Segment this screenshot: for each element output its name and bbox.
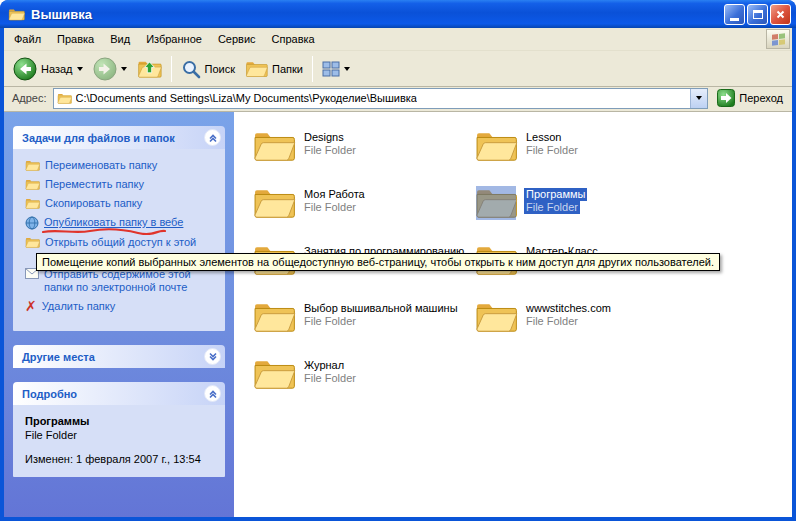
details-body: Программы File Folder Изменен: 1 февраля… [13, 405, 225, 477]
folder-icon [252, 128, 296, 164]
views-button[interactable] [317, 59, 355, 79]
back-dropdown-icon[interactable] [77, 67, 83, 71]
folder-icon [474, 128, 518, 164]
file-tile-zhurnal[interactable]: Журнал File Folder [252, 356, 467, 413]
file-tile-designs[interactable]: Designs File Folder [252, 128, 467, 185]
forward-dropdown-icon[interactable] [121, 67, 127, 71]
task-email-folder[interactable]: Отправить содержимое этой папки по элект… [25, 268, 217, 294]
menu-tools[interactable]: Сервис [210, 29, 264, 50]
file-type: File Folder [524, 144, 580, 157]
address-bar: Адрес: C:\Documents and Settings\Liza\My… [4, 87, 792, 112]
up-button[interactable] [132, 56, 167, 82]
task-rename-folder[interactable]: Переименовать папку [25, 159, 217, 172]
other-places-title: Другие места [22, 351, 204, 363]
go-label: Переход [739, 92, 783, 104]
file-name: Lesson [524, 131, 563, 144]
details-title: Подробно [22, 388, 204, 400]
close-button[interactable] [770, 4, 791, 25]
share-folder-icon [25, 236, 40, 249]
file-tile-wwwstitches[interactable]: wwwstitches.com File Folder [474, 299, 689, 356]
file-tile-vybor-mashiny[interactable]: Выбор вышивальной машины File Folder [252, 299, 467, 356]
minimize-button[interactable] [724, 4, 745, 25]
go-button[interactable]: Переход [714, 89, 786, 107]
views-dropdown-icon[interactable] [344, 67, 350, 71]
file-type: File Folder [302, 201, 358, 214]
window-title: Вышивка [31, 7, 718, 22]
views-icon [322, 61, 340, 77]
details-file-type: File Folder [25, 429, 217, 441]
folder-icon [474, 185, 518, 221]
details-panel: Подробно Программы File Folder Изменен: … [13, 382, 225, 477]
folder-icon [252, 299, 296, 335]
file-tile-programmy-selected[interactable]: Программы File Folder [474, 185, 689, 242]
address-combobox[interactable]: C:\Documents and Settings\Liza\My Docume… [53, 88, 709, 109]
title-bar[interactable]: Вышивка [0, 0, 796, 28]
file-tasks-title: Задачи для файлов и папок [22, 132, 204, 144]
go-icon [717, 89, 735, 107]
task-copy-folder[interactable]: Скопировать папку [25, 197, 217, 210]
folders-label: Папки [272, 63, 303, 75]
file-tasks-header[interactable]: Задачи для файлов и папок [13, 126, 225, 149]
task-publish-folder[interactable]: Опубликовать папку в вебе [25, 216, 217, 230]
file-list-area[interactable]: Designs File Folder Lesson File Folder [234, 112, 792, 517]
folders-icon [245, 59, 268, 79]
task-move-folder[interactable]: Переместить папку [25, 178, 217, 191]
forward-icon [93, 57, 117, 81]
file-type: File Folder [302, 315, 358, 328]
file-type: File Folder [302, 372, 358, 385]
search-icon [181, 59, 201, 79]
publish-web-icon [25, 216, 39, 230]
menu-help[interactable]: Справка [264, 29, 323, 50]
move-folder-icon [25, 178, 40, 191]
other-places-header[interactable]: Другие места [13, 345, 225, 368]
other-places-panel: Другие места [13, 345, 225, 368]
maximize-button[interactable] [747, 4, 768, 25]
file-name: Выбор вышивальной машины [302, 302, 460, 315]
task-pane: Задачи для файлов и папок Переименовать … [4, 112, 234, 517]
windows-logo-icon [766, 29, 790, 49]
chevron-up-icon [207, 388, 219, 400]
explorer-window: Вышивка Файл Правка Вид Избранное Сервис… [0, 0, 796, 521]
file-name: Программы [524, 188, 587, 201]
red-underline-annotation [42, 228, 166, 235]
menu-edit[interactable]: Правка [49, 29, 102, 50]
expand-button[interactable] [204, 348, 221, 365]
window-folder-icon [8, 7, 25, 22]
folders-button[interactable]: Папки [240, 57, 308, 81]
rename-folder-icon [25, 159, 40, 172]
toolbar-separator [171, 56, 172, 82]
chevron-down-icon [207, 351, 219, 363]
collapse-button[interactable] [204, 385, 221, 402]
details-file-name: Программы [25, 415, 217, 427]
folder-icon [474, 299, 518, 335]
menu-favorites[interactable]: Избранное [138, 29, 210, 50]
forward-button[interactable] [88, 55, 132, 83]
tooltip: Помещение копий выбранных элементов на о… [36, 253, 720, 271]
toolbar-separator [312, 56, 313, 82]
file-tasks-body: Переименовать папку Переместить папку Ск… [13, 149, 225, 331]
back-button[interactable]: Назад [8, 55, 88, 83]
file-name: Designs [302, 131, 346, 144]
address-dropdown-button[interactable] [690, 89, 707, 108]
file-tile-moya-rabota[interactable]: Моя Работа File Folder [252, 185, 467, 242]
menu-file[interactable]: Файл [6, 29, 49, 50]
menu-bar: Файл Правка Вид Избранное Сервис Справка [4, 28, 792, 51]
file-name: wwwstitches.com [524, 302, 613, 315]
address-value[interactable]: C:\Documents and Settings\Liza\My Docume… [76, 92, 417, 104]
file-type: File Folder [302, 144, 358, 157]
up-folder-icon [137, 58, 162, 80]
folder-icon [252, 185, 296, 221]
collapse-button[interactable] [204, 129, 221, 146]
delete-icon: ✗ [25, 300, 37, 312]
task-delete-folder[interactable]: ✗ Удалить папку [25, 300, 217, 313]
search-label: Поиск [205, 63, 235, 75]
file-tile-lesson[interactable]: Lesson File Folder [474, 128, 689, 185]
back-icon [13, 57, 37, 81]
file-name: Журнал [302, 359, 346, 372]
search-button[interactable]: Поиск [176, 57, 240, 81]
menu-view[interactable]: Вид [102, 29, 138, 50]
back-label: Назад [41, 63, 73, 75]
details-header[interactable]: Подробно [13, 382, 225, 405]
chevron-up-icon [207, 132, 219, 144]
address-label: Адрес: [12, 92, 47, 104]
